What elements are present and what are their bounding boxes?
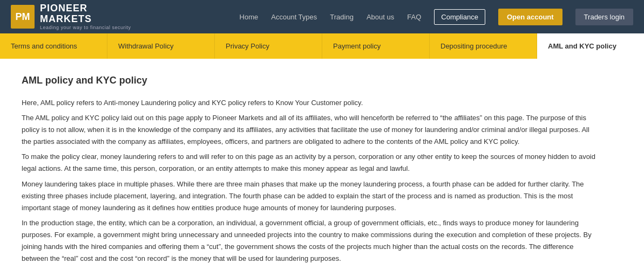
paragraph-3: To make the policy clear, money launderi…: [22, 151, 599, 175]
paragraph-5: In the production stage, the entity, whi…: [22, 217, 599, 265]
paragraph-4: Money laundering takes place in multiple…: [22, 178, 599, 214]
logo-area: PM PIONEERMARKETS Leading your way to fi…: [11, 3, 131, 30]
nav-about-us[interactable]: About us: [367, 13, 394, 21]
nav-account-types[interactable]: Account Types: [271, 13, 317, 21]
policy-nav-terms[interactable]: Terms and conditions: [0, 33, 107, 59]
policy-nav: Terms and conditions Withdrawal Policy P…: [0, 33, 644, 59]
logo-brand: PIONEERMARKETS: [40, 3, 131, 25]
policy-nav-privacy[interactable]: Privacy Policy: [215, 33, 322, 59]
policy-nav-payment[interactable]: Payment policy: [322, 33, 430, 59]
paragraph-1: Here, AML policy refers to Anti-money La…: [22, 97, 599, 109]
header: PM PIONEERMARKETS Leading your way to fi…: [0, 0, 644, 33]
traders-login-button[interactable]: Traders login: [575, 9, 633, 25]
policy-nav-aml[interactable]: AML and KYC policy: [537, 33, 644, 59]
main-content: AML policy and KYC policy Here, AML poli…: [0, 59, 621, 277]
content-body: Here, AML policy refers to Anti-money La…: [22, 97, 599, 265]
policy-nav-withdrawal[interactable]: Withdrawal Policy: [107, 33, 215, 59]
logo-icon: PM: [11, 5, 35, 29]
paragraph-2: The AML policy and KYC policy laid out o…: [22, 112, 599, 148]
nav-faq[interactable]: FAQ: [407, 13, 421, 21]
nav-compliance[interactable]: Compliance: [434, 9, 485, 25]
main-nav: Home Account Types Trading About us FAQ …: [240, 9, 633, 25]
policy-nav-depositing[interactable]: Depositing procedure: [430, 33, 537, 59]
page-title: AML policy and KYC policy: [22, 75, 599, 86]
nav-trading[interactable]: Trading: [330, 13, 354, 21]
open-account-button[interactable]: Open account: [498, 9, 562, 25]
logo-tagline: Leading your way to financial security: [40, 25, 131, 30]
nav-home[interactable]: Home: [240, 13, 259, 21]
logo-text: PIONEERMARKETS Leading your way to finan…: [40, 3, 131, 30]
